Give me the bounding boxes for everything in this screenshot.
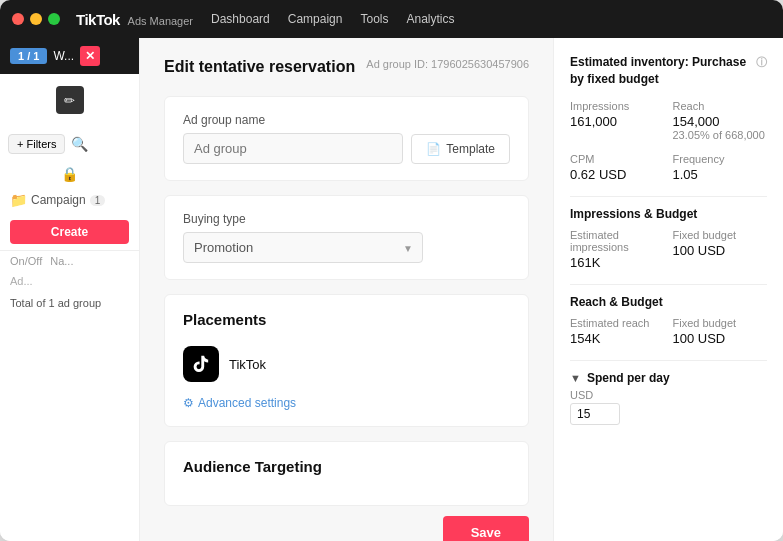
- divider-3: [570, 360, 767, 361]
- tiktok-placement-icon: [183, 346, 219, 382]
- right-panel: Estimated inventory: Purchase by fixed b…: [553, 38, 783, 541]
- titlebar-nav: TikTok Ads Manager Dashboard Campaign To…: [76, 11, 771, 28]
- reach-label: Reach: [673, 100, 768, 112]
- panel-header: Edit tentative reservation Ad group ID: …: [164, 58, 529, 76]
- impressions-value: 161,000: [570, 114, 665, 129]
- sidebar-table-header: On/Off Na...: [0, 250, 139, 271]
- advanced-settings-icon: ⚙: [183, 396, 194, 410]
- close-traffic-light[interactable]: [12, 13, 24, 25]
- lock-icon: 🔒: [0, 162, 139, 186]
- placement-item: TikTok: [183, 342, 510, 386]
- cpm-stat: CPM 0.62 USD: [570, 153, 665, 182]
- pagination-badge: 1 / 1: [10, 48, 47, 64]
- nav-dashboard[interactable]: Dashboard: [211, 12, 270, 26]
- total-ad-groups-label: Total of 1 ad group: [0, 291, 139, 315]
- filters-button[interactable]: + Filters: [8, 134, 65, 154]
- est-impressions-label: Estimated impressions: [570, 229, 665, 253]
- fixed-budget2-value: 100 USD: [673, 331, 768, 346]
- frequency-label: Frequency: [673, 153, 768, 165]
- save-button[interactable]: Save: [443, 516, 529, 541]
- fixed-budget-value: 100 USD: [673, 243, 768, 258]
- audience-targeting-title: Audience Targeting: [183, 458, 510, 475]
- est-impressions-stat: Estimated impressions 161K: [570, 229, 665, 270]
- est-reach-label: Estimated reach: [570, 317, 665, 329]
- divider-1: [570, 196, 767, 197]
- est-impressions-value: 161K: [570, 255, 665, 270]
- edit-panel: Edit tentative reservation Ad group ID: …: [140, 38, 553, 541]
- reach-budget-heading: Reach & Budget: [570, 295, 767, 309]
- on-off-column-header: On/Off: [10, 255, 42, 267]
- panel-title: Edit tentative reservation: [164, 58, 355, 76]
- audience-targeting-section: Audience Targeting: [164, 441, 529, 506]
- sidebar-top: 1 / 1 W... ✕: [0, 38, 139, 74]
- tiktok-logo: TikTok Ads Manager: [76, 11, 193, 28]
- cpm-value: 0.62 USD: [570, 167, 665, 182]
- ad-group-name-input[interactable]: [183, 133, 403, 164]
- sidebar-filters: + Filters 🔍: [0, 126, 139, 162]
- fixed-budget2-label: Fixed budget: [673, 317, 768, 329]
- stats-grid-2: Estimated impressions 161K Fixed budget …: [570, 229, 767, 270]
- placements-title: Placements: [183, 311, 510, 328]
- info-icon: ⓘ: [756, 55, 767, 70]
- impressions-label: Impressions: [570, 100, 665, 112]
- reach-value: 154,000: [673, 114, 768, 129]
- stats-grid-3: Estimated reach 154K Fixed budget 100 US…: [570, 317, 767, 346]
- chevron-down-icon[interactable]: ▼: [570, 372, 581, 384]
- spend-amount-input[interactable]: [570, 403, 620, 425]
- advanced-settings-label: Advanced settings: [198, 396, 296, 410]
- ad-group-name-section: Ad group name 📄 Template: [164, 96, 529, 181]
- buying-type-wrapper: Promotion ▼: [183, 232, 423, 263]
- ad-group-name-row: 📄 Template: [183, 133, 510, 164]
- impressions-stat: Impressions 161,000: [570, 100, 665, 141]
- est-reach-stat: Estimated reach 154K: [570, 317, 665, 346]
- create-button[interactable]: Create: [10, 220, 129, 244]
- edit-icon-button[interactable]: ✏: [56, 86, 84, 114]
- campaign-icon: 📁: [10, 192, 27, 208]
- maximize-traffic-light[interactable]: [48, 13, 60, 25]
- campaign-label: Campaign: [31, 193, 86, 207]
- app-window: TikTok Ads Manager Dashboard Campaign To…: [0, 0, 783, 541]
- spend-per-day-label: Spend per day: [587, 371, 670, 385]
- sidebar: 1 / 1 W... ✕ ✏ + Filters 🔍 🔒 📁 Campaign …: [0, 38, 140, 541]
- reach-sub: 23.05% of 668,000: [673, 129, 768, 141]
- est-reach-value: 154K: [570, 331, 665, 346]
- impressions-budget-heading: Impressions & Budget: [570, 207, 767, 221]
- frequency-value: 1.05: [673, 167, 768, 182]
- frequency-stat: Frequency 1.05: [673, 153, 768, 182]
- titlebar: TikTok Ads Manager Dashboard Campaign To…: [0, 0, 783, 38]
- buying-type-select[interactable]: Promotion: [183, 232, 423, 263]
- spend-per-day-row: ▼ Spend per day: [570, 371, 767, 385]
- search-icon: 🔍: [71, 136, 88, 152]
- nav-analytics[interactable]: Analytics: [406, 12, 454, 26]
- ad-label: Ad...: [0, 271, 139, 291]
- close-sidebar-button[interactable]: ✕: [80, 46, 100, 66]
- advanced-settings-link[interactable]: ⚙ Advanced settings: [183, 396, 510, 410]
- campaign-count-badge: 1: [90, 195, 106, 206]
- sidebar-w-label: W...: [53, 49, 74, 63]
- template-label: Template: [446, 142, 495, 156]
- template-button[interactable]: 📄 Template: [411, 134, 510, 164]
- tiktok-placement-label: TikTok: [229, 357, 266, 372]
- fixed-budget2-stat: Fixed budget 100 USD: [673, 317, 768, 346]
- sidebar-campaign-row: 📁 Campaign 1: [0, 186, 139, 214]
- minimize-traffic-light[interactable]: [30, 13, 42, 25]
- traffic-lights: [12, 13, 60, 25]
- buying-type-section: Buying type Promotion ▼: [164, 195, 529, 280]
- main-layout: 1 / 1 W... ✕ ✏ + Filters 🔍 🔒 📁 Campaign …: [0, 38, 783, 541]
- nav-tools[interactable]: Tools: [360, 12, 388, 26]
- fixed-budget-stat: Fixed budget 100 USD: [673, 229, 768, 270]
- buying-type-label: Buying type: [183, 212, 510, 226]
- ad-group-name-label: Ad group name: [183, 113, 510, 127]
- inventory-title: Estimated inventory: Purchase by fixed b…: [570, 54, 767, 88]
- placements-section: Placements TikTok ⚙ Advanced settings: [164, 294, 529, 427]
- divider-2: [570, 284, 767, 285]
- ad-group-id: Ad group ID: 1796025630457906: [366, 58, 529, 70]
- cpm-label: CPM: [570, 153, 665, 165]
- fixed-budget-label: Fixed budget: [673, 229, 768, 241]
- content-area: Edit tentative reservation Ad group ID: …: [140, 38, 783, 541]
- stats-grid-1: Impressions 161,000 Reach 154,000 23.05%…: [570, 100, 767, 182]
- name-column-header: Na...: [50, 255, 73, 267]
- nav-campaign[interactable]: Campaign: [288, 12, 343, 26]
- reach-stat: Reach 154,000 23.05% of 668,000: [673, 100, 768, 141]
- currency-label: USD: [570, 389, 767, 401]
